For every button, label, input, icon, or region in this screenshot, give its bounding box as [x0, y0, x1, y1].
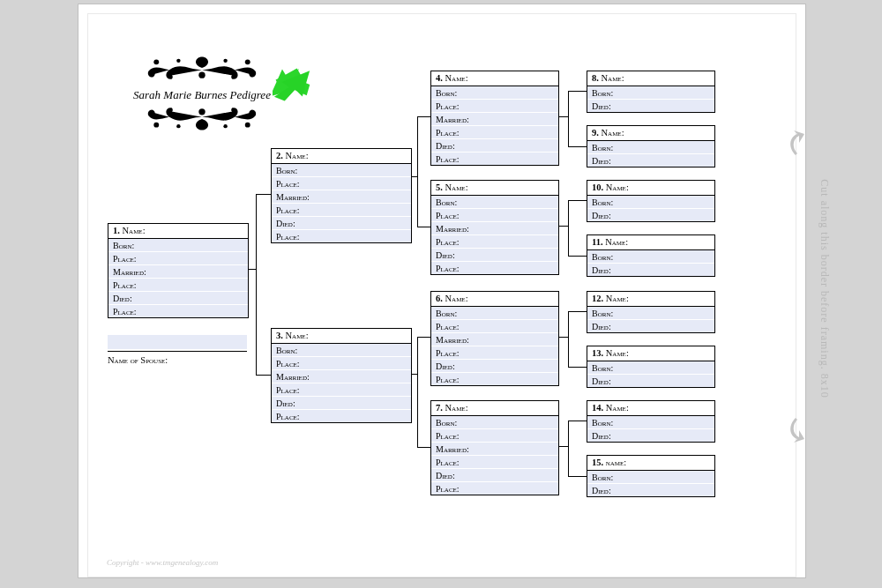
green-arrow-icon	[273, 64, 311, 103]
divider	[108, 351, 247, 352]
svg-point-5	[198, 108, 205, 115]
person-box-7: 7. Name: Born:Place:Married:Place:Died:P…	[430, 400, 559, 495]
connector	[568, 311, 587, 368]
connector	[256, 194, 271, 376]
svg-point-3	[176, 59, 180, 63]
person-box-5: 5. Name: Born:Place:Married:Place:Died:P…	[430, 180, 559, 275]
person-box-9: 9. Name:Born:Died:	[587, 125, 715, 167]
page-title: Sarah Marie Burnes Pedigree	[109, 88, 295, 102]
person-box-11: 11. Name:Born:Died:	[587, 234, 715, 277]
person-box-2: 2. Name: Born: Place: Married: Place: Di…	[271, 148, 412, 243]
svg-point-1	[153, 59, 159, 64]
connector	[417, 116, 430, 227]
page: Sarah Marie Burnes Pedigree	[78, 4, 806, 578]
svg-point-0	[198, 71, 205, 78]
person-box-14: 14. Name:Born:Died:	[587, 400, 715, 443]
connector	[559, 116, 568, 117]
person-box-6: 6. Name: Born:Place:Married:Place:Died:P…	[430, 291, 559, 386]
curl-arrow-icon	[787, 416, 804, 443]
person-box-1: 1. Name: Born: Place: Married: Place: Di…	[108, 223, 249, 318]
svg-point-2	[245, 59, 250, 64]
connector	[559, 226, 568, 227]
svg-point-7	[245, 123, 250, 128]
svg-point-6	[153, 123, 159, 128]
title-block: Sarah Marie Burnes Pedigree	[109, 53, 295, 138]
curl-arrow-icon	[787, 130, 804, 157]
svg-point-8	[176, 124, 180, 128]
connector	[249, 269, 256, 270]
flourish-top-icon	[136, 53, 268, 83]
field-born: Born:	[108, 239, 248, 252]
person-box-15: 15. name:Born:Died:	[587, 455, 715, 497]
field-place: Place:	[108, 305, 248, 317]
connector	[568, 91, 587, 147]
field-died: Died:	[108, 292, 248, 305]
spouse-fill	[108, 335, 247, 349]
copyright-text: Copyright - www.tmgenealogy.com	[107, 558, 218, 567]
person-box-12: 12. Name:Born:Died:	[587, 291, 715, 333]
cut-instruction: Cut along this border before framing. 8x…	[817, 179, 830, 398]
person-box-13: 13. Name:Born:Died:	[587, 346, 715, 388]
person-box-8: 8. Name:Born:Died:	[587, 71, 715, 113]
connector	[568, 421, 587, 477]
person-box-10: 10. Name:Born:Died:	[587, 180, 715, 222]
svg-point-4	[223, 59, 227, 63]
flourish-bottom-icon	[136, 104, 268, 134]
field-place: Place:	[108, 252, 248, 265]
connector	[559, 337, 568, 338]
connector	[568, 200, 587, 257]
field-married: Married:	[108, 265, 248, 279]
svg-point-9	[223, 124, 227, 128]
spouse-label: Name of Spouse:	[108, 355, 168, 365]
connector	[417, 337, 430, 448]
connector	[559, 446, 568, 447]
field-place: Place:	[108, 279, 248, 292]
person-box-4: 4. Name: Born:Place:Married:Place:Died:P…	[430, 71, 559, 166]
person-box-3: 3. Name: Born: Place: Married: Place: Di…	[271, 328, 412, 423]
